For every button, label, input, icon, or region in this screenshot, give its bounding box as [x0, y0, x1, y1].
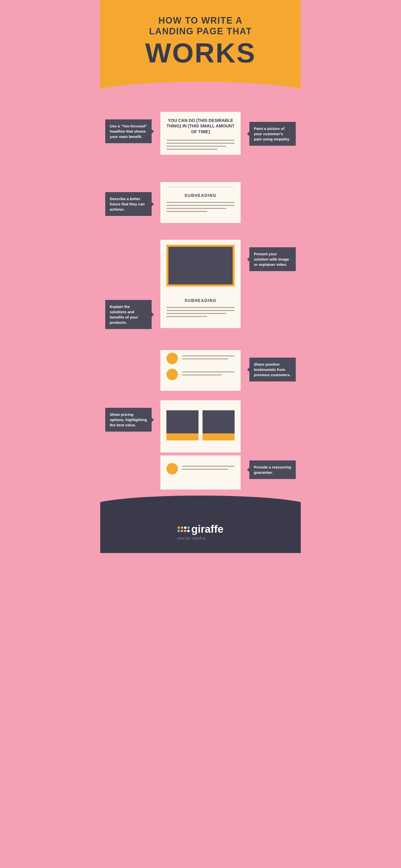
- text-line: [166, 146, 226, 147]
- callout-right-2-text: Present your solution with image or expl…: [254, 252, 289, 267]
- text-line: [166, 143, 235, 144]
- pricing-card-footer-2: [202, 433, 235, 440]
- logo-grid: [177, 526, 190, 532]
- mockup-subheading1-section: SUBHEADING: [160, 182, 241, 223]
- pricing-card-1: [166, 410, 199, 440]
- text-lines-1: [166, 140, 235, 150]
- text-line: [166, 316, 207, 317]
- image-placeholder: [168, 247, 233, 284]
- callout-right-2: Present your solution with image or expl…: [249, 247, 296, 271]
- callout-left-1-text: Use a "You-focused" headline that shows …: [110, 124, 147, 139]
- text-line: [166, 149, 218, 150]
- text-line: [182, 466, 235, 467]
- text-lines-3: [166, 307, 235, 317]
- text-line: [182, 371, 235, 372]
- section-pricing: Show pricing options, highlighting the b…: [100, 400, 301, 456]
- text-line: [166, 202, 235, 203]
- logo-dot-6: [181, 530, 183, 532]
- text-line: [182, 469, 228, 470]
- testimonial-avatar-1: [166, 352, 178, 364]
- text-line: [166, 310, 235, 311]
- testimonial-item-2: [166, 369, 235, 380]
- logo-dot-1: [177, 526, 180, 529]
- main-content: Use a "You-focused" headline that shows …: [100, 97, 301, 505]
- section-image: Present your solution with image or expl…: [100, 240, 301, 292]
- image-placeholder-wrap: [166, 245, 235, 286]
- callout-left-2: Describe a better future that they can a…: [105, 192, 152, 216]
- logo-dot-5: [177, 530, 180, 532]
- callout-left-3: Explain the solutions and benefits of yo…: [105, 300, 152, 329]
- callout-right-4-text: Provide a reassuring guarantee.: [254, 465, 291, 474]
- mockup-testimonials-section: [160, 350, 241, 391]
- header-section: HOW TO WRITE A LANDING PAGE THAT WORKS: [100, 0, 301, 97]
- pricing-card-2: [202, 410, 235, 440]
- callout-left-2-text: Describe a better future that they can a…: [110, 197, 145, 211]
- logo-dot-3: [184, 526, 187, 529]
- logo-dot-4: [187, 526, 190, 529]
- guarantee-lines: [182, 466, 235, 472]
- logo-name: giraffe: [191, 523, 223, 535]
- callout-left-4-text: Show pricing options, highlighting the b…: [110, 412, 147, 427]
- guarantee-avatar: [166, 463, 178, 474]
- testimonial-item-1: [166, 352, 235, 364]
- text-line: [182, 374, 222, 375]
- pricing-card-footer-1: [166, 433, 199, 440]
- text-line: [166, 208, 226, 209]
- text-line: [182, 359, 228, 360]
- logo-area: giraffe social media: [177, 523, 223, 540]
- mockup-headline-section: You can do [THIS DESIRABLE THING] in [TH…: [160, 112, 241, 154]
- divider: [166, 187, 235, 187]
- guarantee-item: [166, 463, 235, 474]
- logo-dot-7: [184, 530, 187, 532]
- testimonial-avatar-2: [166, 369, 178, 380]
- text-line: [166, 211, 207, 212]
- mockup-image-section: [160, 240, 241, 298]
- logo-dot-2: [181, 526, 183, 529]
- callout-right-4: Provide a reassuring guarantee.: [249, 461, 296, 479]
- footer-section: giraffe social media: [100, 505, 301, 553]
- logo-dot-8: [187, 530, 190, 532]
- callout-left-4: Show pricing options, highlighting the b…: [105, 408, 152, 432]
- section-subheading2: Explain the solutions and benefits of yo…: [100, 292, 301, 350]
- text-line: [166, 205, 235, 206]
- logo-sub: social media: [177, 536, 223, 540]
- subheading-2: SUBHEADING: [166, 299, 235, 303]
- logo-row: giraffe: [177, 523, 223, 535]
- text-line: [166, 140, 235, 141]
- header-line2: LANDING PAGE THAT: [149, 26, 252, 36]
- header-line1: HOW TO WRITE A: [158, 15, 243, 26]
- subheading-1: SUBHEADING: [166, 193, 235, 198]
- callout-left-1: Use a "You-focused" headline that shows …: [105, 119, 152, 143]
- header-big-word: WORKS: [110, 39, 291, 67]
- section-subheading1: Describe a better future that they can a…: [100, 182, 301, 240]
- testimonial-lines-1: [182, 355, 235, 362]
- mockup-pricing-section: [160, 400, 241, 453]
- text-line: [166, 307, 235, 308]
- header-subtitle: HOW TO WRITE A LANDING PAGE THAT: [110, 15, 291, 37]
- section-guarantee: Provide a reassuring guarantee.: [100, 456, 301, 496]
- testimonial-lines-2: [182, 371, 235, 377]
- callout-right-3-text: Share positive testimonials from previou…: [254, 362, 291, 377]
- callout-left-3-text: Explain the solutions and benefits of yo…: [110, 305, 138, 324]
- section-headline: Use a "You-focused" headline that shows …: [100, 112, 301, 182]
- pricing-row: [166, 410, 235, 440]
- section-testimonials: Share positive testimonials from previou…: [100, 350, 301, 400]
- callout-right-3: Share positive testimonials from previou…: [249, 358, 296, 381]
- callout-right-1: Paint a picture of your customer's pain …: [249, 122, 296, 146]
- text-lines-2: [166, 202, 235, 212]
- text-line: [182, 355, 235, 356]
- mockup-guarantee-section: [160, 456, 241, 490]
- callout-right-1-text: Paint a picture of your customer's pain …: [254, 126, 290, 141]
- mockup-subheading2-section: SUBHEADING: [160, 292, 241, 328]
- mockup-headline: You can do [THIS DESIRABLE THING] in [TH…: [166, 118, 235, 134]
- text-line: [166, 313, 226, 314]
